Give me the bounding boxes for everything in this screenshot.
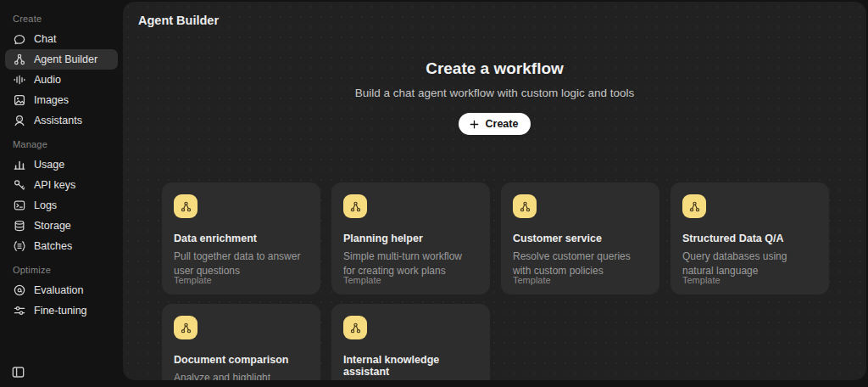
sidebar-item-storage[interactable]: Storage	[5, 216, 118, 236]
template-card-structured-data-qa[interactable]: Structured Data Q/A Query databases usin…	[670, 182, 829, 294]
template-card-customer-service[interactable]: Customer service Resolve customer querie…	[501, 182, 659, 294]
sidebar-item-label: Evaluation	[34, 284, 83, 296]
logs-icon	[13, 199, 26, 212]
card-title: Planning helper	[343, 233, 478, 244]
main-panel: Agent Builder Create a workflow Build a …	[123, 2, 866, 380]
hero-subtitle: Build a chat agent workflow with custom …	[123, 87, 866, 99]
plus-icon	[469, 119, 480, 130]
hero-title: Create a workflow	[123, 59, 866, 78]
workflow-icon	[174, 194, 198, 218]
card-title: Customer service	[513, 233, 648, 244]
section-label-manage: Manage	[5, 139, 118, 149]
evaluation-icon	[13, 283, 26, 297]
sidebar-item-fine-tuning[interactable]: Fine-tuning	[5, 300, 118, 321]
sidebar-item-batches[interactable]: Batches	[5, 236, 118, 256]
card-title: Data enrichment	[174, 233, 309, 244]
workflow-icon	[513, 194, 537, 218]
key-icon	[13, 178, 26, 192]
panel-left-icon[interactable]	[11, 365, 25, 379]
template-badge: Template	[513, 275, 551, 285]
page-title: Agent Builder	[123, 2, 866, 27]
create-button[interactable]: Create	[459, 113, 531, 135]
sidebar-item-label: Storage	[34, 220, 71, 232]
sidebar-item-label: Audio	[34, 74, 61, 86]
card-title: Internal knowledge assistant	[343, 354, 478, 378]
usage-icon	[13, 158, 26, 171]
sidebar-item-label: Images	[34, 94, 69, 106]
card-title: Document comparison	[174, 354, 309, 366]
card-description: Analyze and highlight differences across…	[174, 371, 309, 380]
workflow-icon	[174, 316, 198, 339]
card-title: Structured Data Q/A	[682, 233, 817, 244]
sidebar-item-chat[interactable]: Chat	[5, 29, 118, 49]
sidebar-item-audio[interactable]: Audio	[5, 70, 118, 90]
workflow-icon	[343, 194, 367, 218]
template-card-internal-knowledge-assistant[interactable]: Internal knowledge assistant Triage and …	[331, 304, 490, 380]
sidebar-item-images[interactable]: Images	[5, 90, 118, 110]
sidebar-item-api-keys[interactable]: API keys	[5, 175, 118, 195]
template-card-document-comparison[interactable]: Document comparison Analyze and highligh…	[162, 304, 320, 380]
sidebar-item-logs[interactable]: Logs	[5, 195, 118, 216]
sidebar-item-usage[interactable]: Usage	[5, 154, 118, 175]
images-icon	[13, 93, 26, 107]
template-badge: Template	[174, 275, 212, 285]
section-label-optimize: Optimize	[5, 265, 118, 275]
sidebar-item-label: Usage	[34, 159, 64, 171]
audio-icon	[13, 73, 26, 87]
template-cards: Data enrichment Pull together data to an…	[162, 182, 866, 380]
batches-icon	[13, 239, 26, 253]
template-card-planning-helper[interactable]: Planning helper Simple multi-turn workfl…	[331, 182, 490, 294]
fine-tuning-icon	[13, 304, 26, 317]
template-card-data-enrichment[interactable]: Data enrichment Pull together data to an…	[162, 182, 320, 294]
workflow-icon	[682, 194, 706, 218]
storage-icon	[13, 219, 26, 233]
sidebar-item-label: API keys	[34, 179, 75, 191]
sidebar-item-label: Assistants	[34, 115, 82, 126]
agent-builder-icon	[13, 53, 26, 66]
sidebar-item-assistants[interactable]: Assistants	[5, 110, 118, 131]
sidebar-item-agent-builder[interactable]: Agent Builder	[5, 49, 118, 70]
template-badge: Template	[343, 275, 381, 285]
assistants-icon	[13, 114, 26, 127]
sidebar-item-label: Agent Builder	[34, 53, 97, 65]
section-label-create: Create	[5, 14, 118, 24]
sidebar-item-label: Fine-tuning	[34, 305, 87, 317]
hero: Create a workflow Build a chat agent wor…	[123, 59, 866, 135]
workflow-icon	[343, 316, 367, 339]
create-button-label: Create	[486, 118, 519, 130]
sidebar-item-label: Batches	[34, 240, 72, 252]
chat-icon	[13, 32, 26, 46]
sidebar-item-label: Chat	[34, 33, 56, 45]
sidebar-item-label: Logs	[34, 199, 57, 211]
sidebar-item-evaluation[interactable]: Evaluation	[5, 280, 118, 300]
template-badge: Template	[682, 275, 721, 285]
sidebar: Create Chat Agent Builder Audio Images A…	[0, 0, 123, 387]
